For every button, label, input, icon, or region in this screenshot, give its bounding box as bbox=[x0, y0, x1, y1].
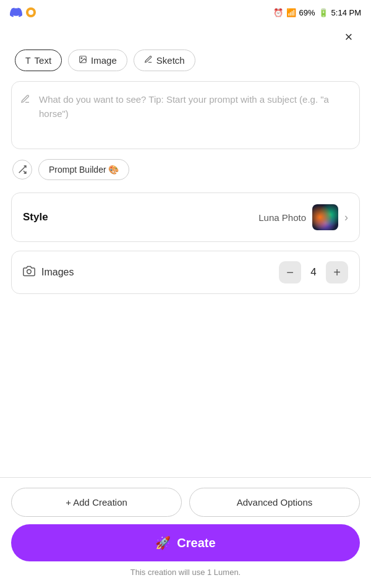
images-left: Images bbox=[23, 265, 74, 280]
prompt-builder-button[interactable]: Prompt Builder 🎨 bbox=[38, 159, 129, 180]
style-thumbnail bbox=[312, 204, 338, 230]
battery-icon: 🔋 bbox=[318, 8, 328, 17]
image-count-value: 4 bbox=[301, 266, 326, 279]
tab-text-label: Text bbox=[35, 55, 52, 66]
chevron-right-icon: › bbox=[344, 211, 348, 224]
wifi-icon: 📶 bbox=[286, 8, 296, 17]
tab-sketch[interactable]: Sketch bbox=[134, 50, 195, 71]
counter-control: − 4 + bbox=[279, 261, 348, 283]
camera-icon bbox=[23, 265, 35, 280]
close-button[interactable]: × bbox=[339, 27, 359, 47]
alarm-icon: ⏰ bbox=[273, 8, 283, 17]
battery-level: 69% bbox=[299, 8, 315, 17]
main-content: × T Text Image Sketch bbox=[0, 22, 371, 588]
decrease-count-button[interactable]: − bbox=[279, 261, 301, 283]
advanced-options-button[interactable]: Advanced Options bbox=[189, 488, 360, 517]
status-bar: ⏰ 📶 69% 🔋 5:14 PM bbox=[0, 0, 371, 22]
increase-count-button[interactable]: + bbox=[326, 261, 348, 283]
tabs-row: T Text Image Sketch bbox=[0, 50, 371, 81]
tab-text[interactable]: T Text bbox=[15, 50, 62, 71]
add-creation-button[interactable]: + Add Creation bbox=[11, 488, 182, 517]
prompt-placeholder-text: What do you want to see? Tip: Start your… bbox=[39, 94, 329, 119]
text-tab-icon: T bbox=[25, 56, 31, 66]
close-row: × bbox=[0, 22, 371, 50]
status-right: ⏰ 📶 69% 🔋 5:14 PM bbox=[273, 8, 361, 17]
style-label: Style bbox=[23, 211, 48, 223]
prompt-input-container[interactable]: What do you want to see? Tip: Start your… bbox=[11, 81, 360, 149]
create-label: Create bbox=[177, 536, 215, 550]
record-indicator bbox=[26, 7, 36, 17]
tab-image-label: Image bbox=[91, 55, 117, 66]
svg-point-1 bbox=[81, 58, 82, 59]
pencil-icon bbox=[20, 94, 30, 106]
style-card: Style Luna Photo › bbox=[11, 192, 360, 242]
style-right: Luna Photo › bbox=[258, 204, 348, 230]
discord-icon bbox=[10, 6, 22, 19]
images-card: Images − 4 + bbox=[11, 251, 360, 294]
time-display: 5:14 PM bbox=[331, 8, 361, 17]
images-label: Images bbox=[41, 267, 74, 278]
lumen-note: This creation will use 1 Lumen. bbox=[11, 568, 360, 583]
style-row[interactable]: Style Luna Photo › bbox=[23, 193, 348, 241]
action-buttons-row: + Add Creation Advanced Options bbox=[11, 488, 360, 517]
svg-point-4 bbox=[27, 269, 32, 274]
style-value: Luna Photo bbox=[258, 212, 306, 223]
tab-sketch-label: Sketch bbox=[156, 55, 185, 66]
images-row: Images − 4 + bbox=[23, 251, 348, 293]
tab-image[interactable]: Image bbox=[68, 50, 127, 71]
image-tab-icon bbox=[79, 55, 87, 66]
create-button[interactable]: 🚀 Create bbox=[11, 524, 360, 561]
bottom-section: + Add Creation Advanced Options 🚀 Create… bbox=[0, 478, 371, 588]
status-left bbox=[10, 6, 36, 19]
prompt-builder-label: Prompt Builder 🎨 bbox=[49, 165, 119, 175]
sketch-tab-icon bbox=[144, 55, 153, 66]
shuffle-button[interactable] bbox=[12, 160, 32, 179]
create-emoji: 🚀 bbox=[155, 535, 171, 550]
prompt-builder-row: Prompt Builder 🎨 bbox=[0, 159, 371, 192]
